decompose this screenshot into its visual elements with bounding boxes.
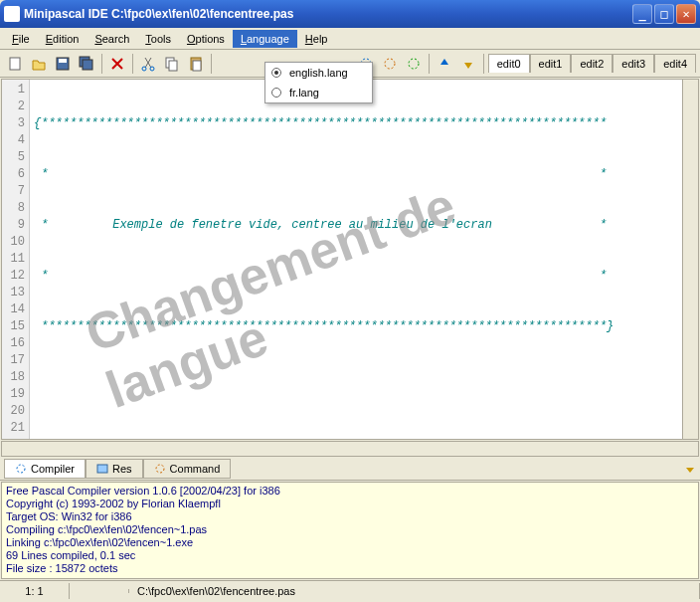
- menu-search[interactable]: Search: [87, 30, 137, 48]
- output-line: Linking c:\fpc0\ex\fen\02\fencen~1.exe: [6, 536, 694, 549]
- menu-help[interactable]: Help: [297, 30, 336, 48]
- output-line: Free Pascal Compiler version 1.0.6 [2002…: [6, 485, 694, 498]
- saveall-button[interactable]: [76, 53, 97, 75]
- output-line: 69 Lines compiled, 0.1 sec: [6, 549, 694, 562]
- editor-tabs: edit0 edit1 edit2 edit3 edit4: [488, 54, 696, 73]
- menu-language[interactable]: Language: [233, 30, 297, 48]
- code-line: ****************************************…: [34, 318, 678, 335]
- tab-edit4[interactable]: edit4: [654, 54, 696, 73]
- lang-french[interactable]: fr.lang: [265, 83, 372, 102]
- line-gutter: 12345 678910 1112131415 161718192021: [2, 80, 30, 439]
- menu-edition[interactable]: Edition: [38, 30, 88, 48]
- code-line: * *: [34, 166, 678, 183]
- cut-button[interactable]: [137, 53, 159, 75]
- compiler-icon: [15, 463, 27, 475]
- paste-button[interactable]: [185, 53, 207, 75]
- separator: [429, 54, 430, 74]
- tab-label: Command: [170, 463, 221, 475]
- run-button[interactable]: [403, 53, 425, 75]
- bottom-tabs: Compiler Res Command: [0, 457, 700, 481]
- menu-tools[interactable]: Tools: [137, 30, 179, 48]
- up-button[interactable]: [434, 53, 455, 75]
- tab-compiler[interactable]: Compiler: [4, 459, 86, 479]
- svg-point-16: [156, 465, 164, 473]
- radio-icon: [271, 88, 281, 98]
- down-arrow-button[interactable]: [684, 463, 696, 475]
- statusbar: 1: 1 C:\fpc0\ex\fen\02\fencentree.pas: [0, 580, 700, 600]
- down-button[interactable]: [457, 53, 479, 75]
- separator: [211, 54, 212, 74]
- separator: [483, 54, 484, 74]
- tab-res[interactable]: Res: [86, 459, 143, 479]
- svg-rect-10: [193, 61, 201, 71]
- svg-rect-8: [169, 61, 177, 71]
- svg-rect-15: [97, 465, 107, 473]
- lang-label: english.lang: [289, 67, 348, 79]
- status-file: C:\fpc0\ex\fen\02\fencentree.pas: [129, 583, 700, 599]
- build-button[interactable]: [379, 53, 401, 75]
- menubar: File Edition Search Tools Options Langua…: [0, 28, 700, 50]
- svg-point-13: [409, 59, 419, 69]
- output-line: Compiling c:\fpc0\ex\fen\02\fencen~1.pas: [6, 523, 694, 536]
- save-button[interactable]: [52, 53, 74, 75]
- code-line: [34, 420, 678, 437]
- menu-file[interactable]: File: [4, 30, 38, 48]
- lang-english[interactable]: english.lang: [265, 63, 372, 83]
- code-area[interactable]: {***************************************…: [30, 80, 682, 439]
- maximize-button[interactable]: □: [654, 4, 674, 24]
- res-icon: [96, 463, 108, 475]
- vertical-scrollbar[interactable]: [682, 80, 698, 439]
- app-icon: [4, 6, 20, 22]
- output-line: Target OS: Win32 for i386: [6, 510, 694, 523]
- svg-point-5: [142, 67, 146, 71]
- delete-button[interactable]: [106, 53, 128, 75]
- code-line: [34, 369, 678, 386]
- menu-options[interactable]: Options: [179, 30, 233, 48]
- code-line: {***************************************…: [34, 115, 678, 132]
- tab-command[interactable]: Command: [143, 459, 232, 479]
- language-dropdown: english.lang fr.lang: [264, 62, 373, 103]
- open-button[interactable]: [28, 53, 50, 75]
- command-icon: [154, 463, 166, 475]
- tab-edit3[interactable]: edit3: [612, 54, 654, 73]
- tab-edit0[interactable]: edit0: [488, 54, 530, 73]
- tab-label: Res: [112, 463, 132, 475]
- close-button[interactable]: ✕: [676, 4, 696, 24]
- tab-edit2[interactable]: edit2: [571, 54, 612, 73]
- window-title: Minipascal IDE C:\fpc0\ex\fen\02\fencent…: [24, 7, 632, 21]
- cursor-position: 1: 1: [0, 583, 70, 599]
- svg-point-14: [17, 465, 25, 473]
- svg-rect-4: [83, 60, 92, 70]
- tab-label: Compiler: [31, 463, 75, 475]
- new-button[interactable]: [4, 53, 26, 75]
- separator: [101, 54, 102, 74]
- compiler-output[interactable]: Free Pascal Compiler version 1.0.6 [2002…: [1, 482, 699, 579]
- horizontal-scrollbar[interactable]: [1, 441, 699, 457]
- svg-point-12: [385, 59, 395, 69]
- code-line: * *: [34, 268, 678, 285]
- output-line: File size : 15872 octets: [6, 562, 694, 575]
- editor: 12345 678910 1112131415 161718192021 {**…: [1, 79, 699, 440]
- radio-icon: [271, 68, 281, 78]
- output-line: Copyright (c) 1993-2002 by Florian Klaem…: [6, 498, 694, 510]
- code-line: * Exemple de fenetre vide, centree au mi…: [34, 217, 678, 234]
- lang-label: fr.lang: [289, 87, 319, 99]
- svg-rect-2: [59, 59, 67, 63]
- titlebar: Minipascal IDE C:\fpc0\ex\fen\02\fencent…: [0, 0, 700, 28]
- separator: [132, 54, 133, 74]
- svg-rect-0: [10, 58, 20, 70]
- tab-edit1[interactable]: edit1: [530, 54, 572, 73]
- copy-button[interactable]: [161, 53, 183, 75]
- status-cell: [70, 589, 129, 593]
- minimize-button[interactable]: _: [632, 4, 652, 24]
- svg-point-6: [150, 67, 154, 71]
